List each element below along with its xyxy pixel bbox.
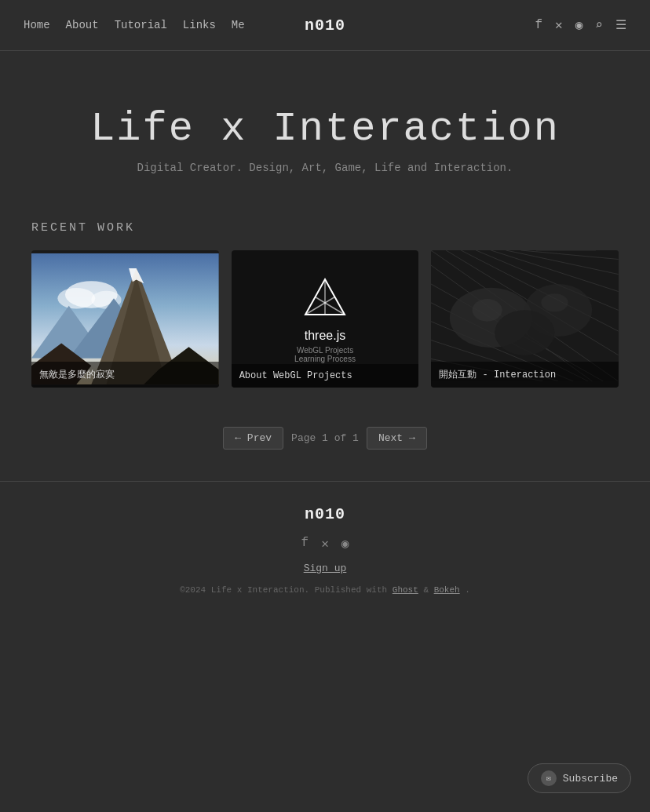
- svg-point-33: [473, 299, 502, 322]
- rss-icon[interactable]: ◉: [575, 17, 583, 33]
- nav-links-link[interactable]: Links: [183, 19, 216, 31]
- footer: n010 f ✕ ◉ Sign up ©2024 Life x Interact…: [0, 481, 650, 610]
- card-rain-label: 開始互動 - Interaction: [431, 362, 619, 388]
- footer-rss-icon[interactable]: ◉: [341, 536, 349, 552]
- nav-me[interactable]: Me: [232, 19, 245, 31]
- subscribe-label: Subscribe: [563, 773, 618, 785]
- page-info: Page 1 of 1: [291, 432, 359, 444]
- nav-home[interactable]: Home: [24, 19, 50, 31]
- nav-links: Home About Tutorial Links Me: [24, 19, 245, 31]
- footer-facebook-icon[interactable]: f: [301, 536, 309, 552]
- card-mountain-label: 無敵是多麼的寂寞: [31, 362, 219, 388]
- hero-subtitle: Digital Creator. Design, Art, Game, Life…: [16, 162, 634, 174]
- prev-button[interactable]: ← Prev: [223, 427, 283, 450]
- hero-title: Life x Interaction: [16, 106, 634, 152]
- navbar: Home About Tutorial Links Me n010 f ✕ ◉ …: [0, 0, 650, 51]
- recent-work-section: Recent work: [0, 206, 650, 419]
- footer-icons: f ✕ ◉: [16, 536, 634, 552]
- card-mountain[interactable]: 無敵是多麼的寂寞: [31, 250, 219, 388]
- card-rain[interactable]: 開始互動 - Interaction: [431, 250, 619, 388]
- hero-section: Life x Interaction Digital Creator. Desi…: [0, 51, 650, 206]
- footer-signup[interactable]: Sign up: [16, 563, 634, 574]
- recent-work-title: Recent work: [31, 221, 619, 235]
- cards-grid: 無敵是多麼的寂寞 three.js WebGL Projects Learnin…: [31, 250, 619, 388]
- twitter-x-icon[interactable]: ✕: [555, 17, 563, 33]
- card-threejs-label: About WebGL Projects: [232, 364, 419, 388]
- search-icon[interactable]: ⌕: [595, 17, 603, 33]
- svg-point-32: [495, 310, 554, 355]
- footer-copyright: ©2024 Life x Interaction. Published with…: [16, 585, 634, 595]
- svg-point-34: [542, 293, 568, 311]
- nav-about[interactable]: About: [66, 19, 99, 31]
- svg-point-2: [57, 288, 95, 309]
- footer-twitter-icon[interactable]: ✕: [321, 536, 329, 552]
- bokeh-link[interactable]: Bokeh: [434, 585, 460, 595]
- nav-actions: f ✕ ◉ ⌕ ☰: [535, 17, 626, 33]
- threejs-sub: WebGL Projects Learning Process: [294, 346, 356, 363]
- menu-icon[interactable]: ☰: [615, 17, 626, 33]
- subscribe-button[interactable]: ✉ Subscribe: [528, 763, 631, 793]
- ghost-link[interactable]: Ghost: [393, 585, 418, 595]
- footer-logo: n010: [16, 505, 634, 523]
- subscribe-icon: ✉: [541, 770, 557, 786]
- facebook-icon[interactable]: f: [535, 18, 542, 32]
- card-threejs[interactable]: three.js WebGL Projects Learning Process…: [232, 250, 419, 388]
- next-button[interactable]: Next →: [367, 427, 427, 450]
- pagination: ← Prev Page 1 of 1 Next →: [0, 427, 650, 450]
- nav-logo: n010: [305, 16, 345, 35]
- threejs-title: three.js: [305, 329, 345, 343]
- nav-tutorial[interactable]: Tutorial: [115, 19, 167, 31]
